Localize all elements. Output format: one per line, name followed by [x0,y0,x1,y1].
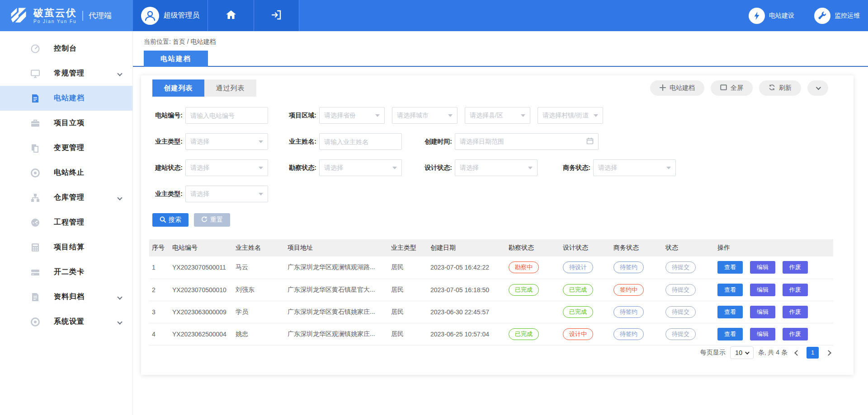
col-header: 序号 [149,239,170,256]
chevron-right-icon [826,350,831,356]
edit-button[interactable]: 编辑 [750,284,775,296]
sidebar-item-project-initiation[interactable]: 项目立项 [0,111,132,135]
void-button[interactable]: 作废 [783,284,808,296]
add-station-label: 电站建档 [670,84,695,92]
topbar-quick-links: 电站建设 监控运维 [749,0,868,31]
county-select[interactable]: 请选择县/区 [465,107,530,124]
quick-link-monitor-ops[interactable]: 监控运维 [814,8,860,24]
design-status-select[interactable]: 请选择 [455,159,538,176]
tab-create-list[interactable]: 创建列表 [152,79,204,97]
province-select[interactable]: 请选择省份 [319,107,385,124]
brand: 破茧云伏 Po Jian Yun Fu 代理端 [0,0,133,31]
void-button[interactable]: 作废 [783,306,808,318]
void-button[interactable]: 作废 [783,328,808,340]
col-header: 创建日期 [428,239,506,256]
sidebar-item-general-mgmt[interactable]: 常规管理 [0,61,132,86]
sidebar-item-warehouse-mgmt[interactable]: 仓库管理 [0,185,132,210]
sidebar-item-system-settings[interactable]: 系统设置 [0,309,132,334]
fullscreen-button[interactable]: 全屏 [711,80,753,96]
view-button[interactable]: 查看 [717,284,743,296]
sidebar-item-dashboard[interactable]: 控制台 [0,36,132,61]
col-header: 业主姓名 [233,239,285,256]
sidebar-item-station-termination[interactable]: 电站终止 [0,160,132,185]
home-button[interactable] [208,0,254,31]
chevron-down-icon [117,294,122,299]
business-status-select[interactable]: 请选择 [593,159,676,176]
view-button[interactable]: 查看 [717,306,743,318]
tab-passed-list[interactable]: 通过列表 [204,79,256,97]
brand-text: 破茧云伏 Po Jian Yun Fu [33,8,77,24]
breadcrumb-current: 电站建档 [190,38,216,45]
filter-row-3: 建站状态: 请选择 勘察状态: 请选择 设计状态: 请选择 商务状态: 请选择 [141,159,854,176]
col-header: 状态 [663,239,715,256]
brand-subtitle: Po Jian Yun Fu [33,19,77,24]
filter-buttons: 搜索 重置 [152,213,854,227]
owner-type-select[interactable]: 请选择 [185,133,268,150]
caret-down-icon [594,114,598,117]
status-badge: 已完成 [563,306,593,318]
edit-button[interactable]: 编辑 [750,261,775,274]
view-button[interactable]: 查看 [717,328,743,340]
refresh-label: 刷新 [779,84,792,92]
town-select[interactable]: 请选择村镇/街道 [538,107,603,124]
sidebar-item-change-mgmt[interactable]: 变更管理 [0,135,132,160]
per-page-select[interactable]: 10 [730,346,754,359]
sidebar-item-label: 常规管理 [54,69,85,78]
add-station-button[interactable]: 电站建档 [650,80,704,96]
collapse-toolbar-button[interactable] [807,80,828,96]
target-icon [30,317,40,327]
build-status-select[interactable]: 请选择 [185,159,268,176]
edit-button[interactable]: 编辑 [750,306,775,318]
date-range-picker[interactable]: 请选择日期范围 [455,133,599,150]
page-tab-station-archive[interactable]: 电站建档 [144,51,208,67]
filter-label: 电站编号: [144,112,185,120]
survey-status-select[interactable]: 请选择 [319,159,402,176]
chevron-down-icon [745,350,750,354]
status-badge: 待提交 [665,306,696,318]
sidebar-item-project-settlement[interactable]: 项目结算 [0,235,132,260]
quick-link-station-construction[interactable]: 电站建设 [749,8,794,24]
sidebar-item-label: 系统设置 [54,317,85,326]
logout-button[interactable] [254,0,299,31]
lightning-icon [749,8,765,24]
sidebar-item-engineering-mgmt[interactable]: 工程管理 [0,210,132,235]
owner-name-input[interactable] [324,138,397,145]
view-button[interactable]: 查看 [717,261,743,274]
owner-type-2-select[interactable]: 请选择 [185,186,268,202]
status-badge: 已完成 [509,328,539,340]
filter-label: 业主姓名: [278,138,319,146]
avatar [141,7,159,25]
reset-button[interactable]: 重置 [194,213,230,227]
sidebar-item-label: 仓库管理 [54,193,85,202]
filter-owner-type-2: 业主类型: 请选择 [144,186,268,202]
station-no-input[interactable] [190,112,263,119]
search-label: 搜索 [169,216,181,224]
filter-row-2: 业主类型: 请选择 业主姓名: 创建时间: 请选择日期范围 [141,133,854,150]
city-select[interactable]: 请选择城市 [392,107,458,124]
sidebar-item-station-archive[interactable]: 电站建档 [0,86,132,111]
panel-toolbar: 电站建档 全屏 [650,80,828,96]
per-page-label: 每页显示 [700,349,726,357]
col-header: 电站编号 [170,239,233,256]
next-page-button[interactable] [823,347,833,359]
breadcrumb-home[interactable]: 首页 [173,38,185,45]
reset-icon [201,216,208,224]
filter-label: 设计状态: [413,164,455,172]
page-number-current[interactable]: 1 [807,347,819,359]
status-badge: 待签约 [613,261,644,273]
prev-page-button[interactable] [792,347,802,359]
wrench-icon [814,8,830,24]
sidebar-item-label: 资料归档 [54,292,85,302]
chevron-down-icon [816,85,821,90]
total-count-label: 条, 共 4 条 [758,349,788,357]
sidebar-item-type2-card[interactable]: 开二类卡 [0,260,132,284]
sidebar-item-file-archive[interactable]: 资料归档 [0,284,132,309]
table-row: 2 YX2023070500010 刘强东 广东深圳龙华区黄石镇星官大... 居… [149,279,833,301]
sidebar-item-label: 电站建档 [54,93,85,103]
user-menu[interactable]: 超级管理员 [133,0,208,31]
void-button[interactable]: 作废 [783,261,808,274]
refresh-button[interactable]: 刷新 [759,80,801,96]
search-button[interactable]: 搜索 [152,213,189,227]
edit-button[interactable]: 编辑 [750,328,775,340]
filter-form: 电站编号: 项目区域: 请选择省份 请选择城市 请选择县/区 请选择村镇/街道 … [141,107,854,227]
